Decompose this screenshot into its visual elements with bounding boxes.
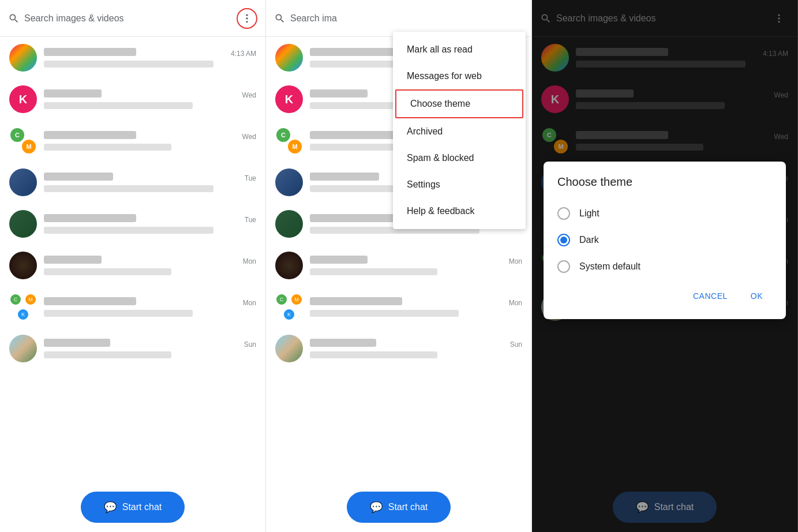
start-chat-button-2[interactable]: 💬 Start chat: [347, 492, 451, 523]
panel-3: Search images & videos 4:13 AM K W: [532, 0, 798, 532]
conv-time: Tue: [245, 216, 256, 224]
dropdown-menu: Mark all as read Messages for web Choose…: [393, 32, 526, 229]
svg-point-0: [246, 14, 248, 16]
conv-content: Sun: [310, 339, 522, 358]
panel-1: Search images & videos 4:13 AM K: [0, 0, 266, 532]
avatar: [275, 252, 303, 279]
list-item[interactable]: Sun: [0, 328, 265, 369]
conv-preview-blur: [44, 102, 193, 109]
start-chat-wrap-2: 💬 Start chat: [266, 482, 531, 532]
conv-content: Tue: [44, 214, 256, 234]
conv-time: Sun: [510, 340, 522, 349]
list-item[interactable]: Tue: [0, 162, 265, 203]
conv-content: Mon: [310, 256, 522, 275]
list-item[interactable]: C M K Mon: [0, 286, 265, 328]
conv-preview-blur: [44, 185, 213, 192]
list-item[interactable]: C M K Mon: [266, 286, 531, 328]
conv-name-blur: [44, 131, 136, 139]
list-item[interactable]: Mon: [266, 245, 531, 286]
start-chat-label-1: Start chat: [122, 502, 162, 512]
conv-time: Wed: [242, 133, 256, 141]
dialog-actions: Cancel OK: [557, 287, 772, 305]
sub-avatar: M: [24, 293, 37, 306]
search-input-1[interactable]: Search images & videos: [24, 13, 232, 24]
conv-time: 4:13 AM: [231, 50, 256, 58]
avatar: [275, 210, 303, 238]
avatar: [275, 168, 303, 196]
theme-dialog: Choose theme Light Dark System default C…: [544, 162, 786, 319]
avatar: [9, 210, 37, 238]
conv-time: Mon: [243, 299, 256, 307]
search-input-2[interactable]: Search ima: [290, 13, 523, 24]
avatar: [9, 252, 37, 279]
sub-avatar: K: [17, 308, 29, 321]
menu-item-messages-web[interactable]: Messages for web: [393, 63, 526, 89]
menu-item-help-feedback[interactable]: Help & feedback: [393, 198, 526, 224]
menu-item-choose-theme[interactable]: Choose theme: [395, 89, 523, 118]
conv-preview-blur: [44, 61, 213, 68]
conv-preview-blur: [44, 310, 193, 317]
list-item[interactable]: K Wed: [0, 78, 265, 120]
avatar: [275, 335, 303, 362]
avatar: C M K: [275, 293, 303, 321]
menu-item-mark-read[interactable]: Mark all as read: [393, 36, 526, 63]
sub-avatar: M: [21, 138, 37, 155]
conv-name-blur: [310, 89, 368, 98]
radio-option-light[interactable]: Light: [557, 200, 772, 227]
radio-circle-light: [557, 207, 570, 220]
list-item[interactable]: Mon: [0, 245, 265, 286]
radio-label-dark: Dark: [579, 235, 599, 245]
list-item[interactable]: Sun: [266, 328, 531, 369]
svg-point-1: [246, 17, 248, 19]
menu-item-settings[interactable]: Settings: [393, 171, 526, 198]
panel-2: Search ima Mark all as read Messages for…: [266, 0, 532, 532]
avatar: [9, 168, 37, 196]
ok-button[interactable]: OK: [741, 287, 772, 305]
avatar: K: [275, 85, 303, 113]
radio-circle-system: [557, 260, 570, 273]
avatar: C M: [275, 127, 303, 155]
start-chat-button-1[interactable]: 💬 Start chat: [81, 492, 185, 523]
start-chat-wrap-1: 💬 Start chat: [0, 482, 265, 532]
conv-content: Mon: [310, 297, 522, 317]
avatar: C M: [9, 127, 37, 155]
sub-avatar: K: [283, 308, 295, 321]
radio-option-dark[interactable]: Dark: [557, 227, 772, 253]
conv-time: Mon: [509, 257, 522, 265]
avatar: [9, 44, 37, 72]
conv-name-blur: [44, 339, 110, 347]
conv-content: 4:13 AM: [44, 48, 256, 68]
conv-preview-blur: [44, 351, 171, 358]
search-bar-1: Search images & videos: [0, 0, 265, 37]
avatar: K: [9, 85, 37, 113]
conv-time: Mon: [243, 257, 256, 265]
list-item[interactable]: C M Wed: [0, 120, 265, 162]
svg-point-2: [246, 21, 248, 23]
menu-item-spam-blocked[interactable]: Spam & blocked: [393, 145, 526, 171]
conv-name-blur: [310, 214, 402, 222]
sub-avatar: C: [9, 293, 22, 306]
conv-name-blur: [44, 48, 136, 56]
conv-name-blur: [310, 339, 376, 347]
conversation-list-1: 4:13 AM K Wed C M: [0, 37, 265, 482]
list-item[interactable]: 4:13 AM: [0, 37, 265, 78]
dialog-title: Choose theme: [557, 175, 772, 189]
conv-name-blur: [310, 297, 402, 305]
sub-avatar: C: [275, 293, 288, 306]
conv-content: Wed: [44, 89, 256, 109]
cancel-button[interactable]: Cancel: [684, 287, 737, 305]
radio-circle-dark: [557, 234, 570, 246]
more-button-1[interactable]: [237, 8, 257, 29]
conv-name-blur: [44, 297, 136, 305]
sub-avatar: M: [287, 138, 303, 155]
radio-label-system: System default: [579, 261, 640, 272]
menu-item-archived[interactable]: Archived: [393, 118, 526, 145]
conv-preview-blur: [44, 144, 171, 151]
list-item[interactable]: Tue: [0, 203, 265, 245]
conv-time: Wed: [242, 91, 256, 99]
sub-avatar: M: [290, 293, 303, 306]
chat-icon-2: 💬: [370, 501, 383, 514]
radio-option-system[interactable]: System default: [557, 253, 772, 280]
avatar: [9, 335, 37, 362]
start-chat-label-2: Start chat: [388, 502, 428, 512]
